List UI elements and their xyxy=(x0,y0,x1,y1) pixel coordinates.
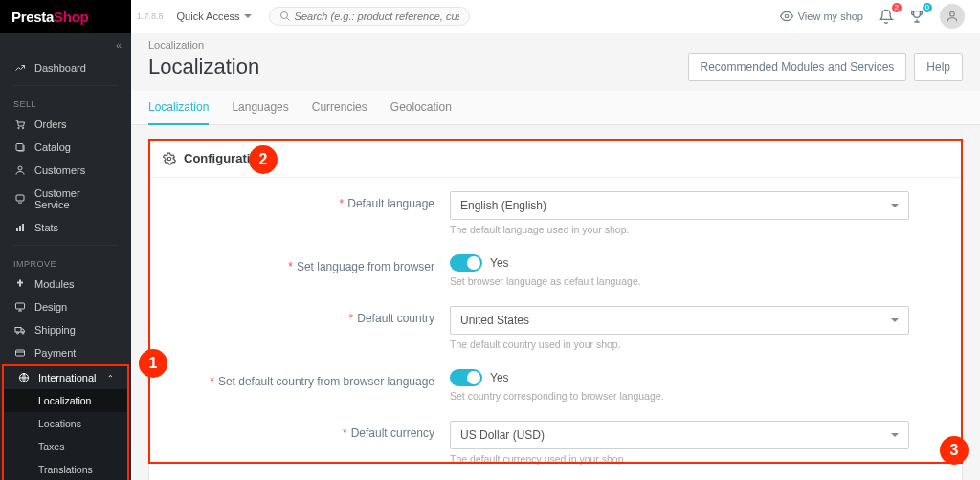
search-box[interactable] xyxy=(269,7,470,26)
required-asterisk: * xyxy=(349,312,354,325)
svg-rect-9 xyxy=(16,228,18,231)
view-shop-link[interactable]: View my shop xyxy=(780,10,863,23)
search-icon xyxy=(279,11,291,22)
top-header: PrestaShop 1.7.8.8 Quick Access View my … xyxy=(0,0,980,33)
field-label: *Default country xyxy=(163,306,450,325)
field-label: *Default currency xyxy=(163,421,450,440)
svg-rect-8 xyxy=(16,195,24,201)
sidebar-international[interactable]: International⌃ xyxy=(4,366,127,389)
sidebar-catalog[interactable]: Catalog xyxy=(0,136,131,159)
main-content: Localization Localization Recommended Mo… xyxy=(131,33,980,480)
form-row: *Default currencyUS Dollar (USD)The defa… xyxy=(163,421,948,465)
card-icon xyxy=(13,347,27,359)
monitor-icon xyxy=(13,301,27,313)
brand-logo[interactable]: PrestaShop xyxy=(0,0,131,33)
search-input[interactable] xyxy=(295,11,459,22)
headset-icon xyxy=(13,193,27,205)
required-asterisk: * xyxy=(210,375,214,388)
quick-access-menu[interactable]: Quick Access xyxy=(177,11,252,22)
recommended-modules-button[interactable]: Recommended Modules and Services xyxy=(688,53,907,81)
svg-rect-16 xyxy=(16,350,25,356)
panel-title: Configuration xyxy=(184,151,265,165)
toggle-set-language-from-browser[interactable]: Yes xyxy=(450,254,909,272)
toggle-switch[interactable] xyxy=(450,254,482,272)
user-icon xyxy=(13,164,27,176)
user-icon xyxy=(946,10,959,23)
sidebar-sub-taxes[interactable]: Taxes xyxy=(4,435,127,458)
field-label: *Default language xyxy=(163,191,450,210)
trend-icon xyxy=(13,62,27,74)
svg-point-15 xyxy=(22,332,24,334)
sidebar: « Dashboard SELL Orders Catalog Customer… xyxy=(0,33,131,480)
field-hint: The default language used in your shop. xyxy=(450,224,909,235)
globe-icon xyxy=(17,372,31,383)
gear-icon xyxy=(163,152,176,165)
config-panel: Configuration *Default languageEnglish (… xyxy=(148,139,963,480)
sidebar-dashboard[interactable]: Dashboard xyxy=(0,56,131,79)
toggle-set-default-country-from-browser-language[interactable]: Yes xyxy=(450,369,909,386)
form-row: *Set language from browserYesSet browser… xyxy=(163,254,948,287)
sidebar-sub-locations[interactable]: Locations xyxy=(4,412,127,435)
field-label: *Set default country from browser langua… xyxy=(163,369,450,388)
select-default-language[interactable]: English (English) xyxy=(450,191,909,220)
trophy-icon xyxy=(909,9,924,24)
select-default-country[interactable]: United States xyxy=(450,306,909,335)
tab-languages[interactable]: Languages xyxy=(232,91,288,124)
tab-geolocation[interactable]: Geolocation xyxy=(390,91,452,124)
collapse-sidebar[interactable]: « xyxy=(0,33,131,56)
sidebar-cust-service[interactable]: Customer Service xyxy=(0,182,131,216)
eye-icon xyxy=(780,10,793,23)
required-asterisk: * xyxy=(288,260,293,273)
toggle-switch[interactable] xyxy=(450,369,482,386)
puzzle-icon xyxy=(13,278,27,290)
svg-rect-12 xyxy=(16,303,25,309)
sidebar-stats[interactable]: Stats xyxy=(0,216,131,239)
page-title: Localization xyxy=(148,55,259,79)
svg-rect-11 xyxy=(22,224,24,231)
field-hint: The default currency used in your shop. xyxy=(450,453,909,465)
sell-section-label: SELL xyxy=(0,92,131,113)
bars-icon xyxy=(13,222,27,233)
sidebar-orders[interactable]: Orders xyxy=(0,113,131,136)
trophy-icon-btn[interactable]: 0 xyxy=(909,9,924,24)
tab-localization[interactable]: Localization xyxy=(148,91,209,125)
svg-rect-13 xyxy=(15,328,21,333)
notifications-icon[interactable]: 2 xyxy=(879,9,894,24)
truck-icon xyxy=(13,324,27,336)
bell-icon xyxy=(879,9,894,24)
chevron-up-icon: ⌃ xyxy=(107,374,114,382)
field-hint: Set country corresponding to browser lan… xyxy=(450,390,909,402)
svg-point-14 xyxy=(17,332,19,334)
sidebar-payment[interactable]: Payment xyxy=(0,341,131,364)
required-asterisk: * xyxy=(343,426,347,440)
svg-point-7 xyxy=(18,166,22,170)
sidebar-modules[interactable]: Modules xyxy=(0,273,131,295)
svg-point-4 xyxy=(18,127,20,129)
cart-icon xyxy=(13,119,27,130)
svg-point-2 xyxy=(785,14,789,18)
version-label: 1.7.8.8 xyxy=(137,11,164,21)
profile-avatar[interactable] xyxy=(940,4,965,29)
svg-rect-6 xyxy=(16,144,23,151)
breadcrumb: Localization xyxy=(131,33,980,51)
brand-part-b: Shop xyxy=(54,9,88,25)
trophy-badge: 0 xyxy=(923,3,932,12)
svg-point-19 xyxy=(167,157,171,161)
tabs: Localization Languages Currencies Geoloc… xyxy=(131,91,980,125)
tab-currencies[interactable]: Currencies xyxy=(312,91,368,124)
svg-point-5 xyxy=(22,127,24,129)
svg-point-0 xyxy=(280,12,287,19)
help-button[interactable]: Help xyxy=(914,53,963,81)
svg-rect-10 xyxy=(19,226,21,231)
svg-point-3 xyxy=(950,11,955,16)
select-default-currency[interactable]: US Dollar (USD) xyxy=(450,421,909,449)
required-asterisk: * xyxy=(340,197,345,210)
sidebar-customers[interactable]: Customers xyxy=(0,159,131,182)
sidebar-shipping[interactable]: Shipping xyxy=(0,318,131,341)
form-row: *Default languageEnglish (English)The de… xyxy=(163,191,948,235)
sidebar-sub-localization[interactable]: Localization xyxy=(4,389,127,412)
tag-icon xyxy=(13,142,27,153)
sidebar-design[interactable]: Design xyxy=(0,295,131,318)
sidebar-sub-translations[interactable]: Translations xyxy=(4,458,127,480)
form-row: *Default countryUnited StatesThe default… xyxy=(163,306,948,350)
